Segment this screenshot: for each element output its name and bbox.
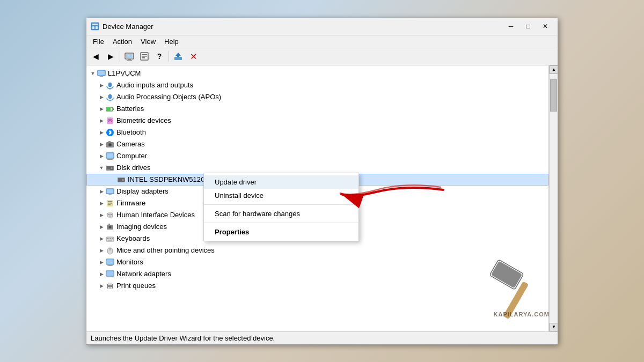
- svg-point-65: [109, 248, 111, 249]
- context-scan-hardware[interactable]: Scan for hardware changes: [204, 207, 358, 220]
- back-button[interactable]: ◀: [89, 49, 103, 63]
- properties-toolbar-btn[interactable]: [137, 49, 151, 63]
- tree-scrollbar[interactable]: ▲ ▼: [549, 65, 558, 331]
- network-node[interactable]: ▶ Network adapters: [86, 268, 548, 280]
- scroll-thumb[interactable]: [550, 79, 557, 112]
- svg-rect-1: [92, 24, 98, 25]
- imaging-expand: ▶: [97, 223, 106, 231]
- mice-node[interactable]: ▶ Mice and other pointing devices: [86, 245, 548, 256]
- svg-rect-32: [107, 153, 113, 158]
- cameras-node[interactable]: ▶ Cameras: [86, 138, 548, 150]
- toolbar-separator-2: [169, 51, 169, 62]
- close-button[interactable]: ✕: [537, 20, 553, 32]
- uninstall-toolbar-btn[interactable]: ✕: [186, 49, 200, 63]
- context-separator-2: [204, 223, 358, 223]
- svg-rect-57: [106, 237, 114, 241]
- audio-inputs-node[interactable]: ▶ Audio inputs and outputs: [86, 79, 548, 91]
- audio-inputs-expand: ▶: [97, 81, 106, 90]
- hid-icon: [106, 211, 114, 219]
- display-adapters-expand: ▶: [97, 187, 106, 196]
- svg-rect-38: [107, 169, 110, 170]
- audio-processing-label: Audio Processing Objects (APOs): [116, 93, 221, 101]
- biometric-expand: ▶: [97, 116, 106, 125]
- root-computer-icon: [97, 69, 106, 78]
- menu-bar: File Action View Help: [86, 35, 558, 48]
- svg-rect-18: [108, 83, 112, 87]
- scroll-track[interactable]: [550, 74, 558, 323]
- toolbar: ◀ ▶ ? ✕: [86, 48, 558, 65]
- svg-rect-61: [112, 238, 113, 239]
- svg-rect-7: [127, 60, 132, 61]
- update-driver-toolbar-btn[interactable]: [171, 49, 185, 63]
- svg-rect-6: [128, 59, 131, 60]
- hid-label: Human Interface Devices: [116, 211, 195, 219]
- menu-file[interactable]: File: [89, 36, 108, 47]
- root-label: L1PVUCM: [108, 69, 141, 77]
- biometric-icon: [106, 116, 114, 125]
- root-node[interactable]: ▼ L1PVUCM: [86, 68, 548, 79]
- svg-rect-47: [108, 203, 112, 204]
- svg-rect-71: [107, 271, 113, 276]
- svg-rect-3: [96, 26, 98, 29]
- svg-rect-34: [107, 159, 113, 160]
- monitors-node[interactable]: ▶ Monitors: [86, 256, 548, 268]
- window-title: Device Manager: [103, 23, 503, 31]
- bluetooth-expand: ▶: [97, 128, 106, 137]
- audio-inputs-label: Audio inputs and outputs: [116, 81, 193, 89]
- biometric-node[interactable]: ▶ Biometric devices: [86, 115, 548, 127]
- svg-rect-62: [108, 240, 112, 241]
- svg-rect-72: [108, 276, 112, 277]
- computer-node[interactable]: ▶ Computer: [86, 150, 548, 162]
- intel-ssd-label: INTEL SSDPEKNW512G7L: [128, 175, 214, 183]
- menu-view[interactable]: View: [136, 36, 160, 47]
- device-manager-toolbar-btn[interactable]: [122, 49, 136, 63]
- audio-inputs-icon: [106, 81, 114, 90]
- svg-rect-9: [142, 54, 147, 55]
- print-queues-node[interactable]: ▶ Print queues: [86, 280, 548, 292]
- context-update-driver[interactable]: Update driver: [204, 175, 358, 189]
- svg-point-55: [109, 226, 111, 227]
- svg-rect-30: [108, 141, 111, 143]
- firmware-expand: ▶: [97, 199, 106, 208]
- svg-rect-52: [109, 216, 111, 217]
- status-bar: Launches the Update Driver Wizard for th…: [86, 331, 558, 344]
- mice-label: Mice and other pointing devices: [116, 246, 215, 254]
- batteries-node[interactable]: ▶ Batteries: [86, 103, 548, 115]
- print-queues-expand: ▶: [97, 282, 106, 290]
- bluetooth-node[interactable]: ▶ Bluetooth: [86, 127, 548, 138]
- context-uninstall-device[interactable]: Uninstall device: [204, 189, 358, 202]
- display-adapters-label: Display adapters: [116, 187, 169, 195]
- help-toolbar-btn[interactable]: ?: [152, 49, 166, 63]
- cameras-label: Cameras: [116, 140, 145, 148]
- device-manager-window: Device Manager ─ □ ✕ File Action View He…: [86, 18, 558, 345]
- disk-drives-label: Disk drives: [116, 164, 151, 172]
- menu-action[interactable]: Action: [108, 36, 136, 47]
- svg-rect-74: [108, 283, 112, 285]
- network-expand: ▶: [97, 270, 106, 278]
- svg-rect-33: [108, 158, 112, 159]
- svg-point-51: [111, 214, 112, 215]
- svg-point-29: [109, 144, 111, 145]
- svg-rect-43: [107, 189, 113, 193]
- scroll-down-button[interactable]: ▼: [550, 323, 558, 331]
- audio-processing-node[interactable]: ▶ Audio Processing Objects (APOs): [86, 91, 548, 103]
- disk-drives-node[interactable]: ▼ Disk drives: [86, 162, 548, 174]
- window-controls: ─ □ ✕: [503, 20, 553, 32]
- svg-rect-5: [126, 54, 133, 58]
- minimize-button[interactable]: ─: [503, 20, 519, 32]
- imaging-label: Imaging devices: [116, 223, 167, 231]
- menu-help[interactable]: Help: [160, 36, 183, 47]
- svg-marker-13: [175, 53, 181, 57]
- scroll-up-button[interactable]: ▲: [550, 65, 558, 74]
- svg-point-41: [122, 179, 124, 181]
- bluetooth-label: Bluetooth: [116, 128, 146, 136]
- toolbar-separator-1: [120, 51, 120, 62]
- forward-button[interactable]: ▶: [104, 49, 118, 63]
- svg-rect-16: [100, 76, 103, 77]
- svg-rect-67: [107, 260, 113, 264]
- computer-icon: [106, 152, 114, 160]
- context-properties[interactable]: Properties: [204, 225, 358, 239]
- restore-button[interactable]: □: [520, 20, 536, 32]
- svg-rect-10: [142, 56, 147, 57]
- mice-expand: ▶: [97, 246, 106, 255]
